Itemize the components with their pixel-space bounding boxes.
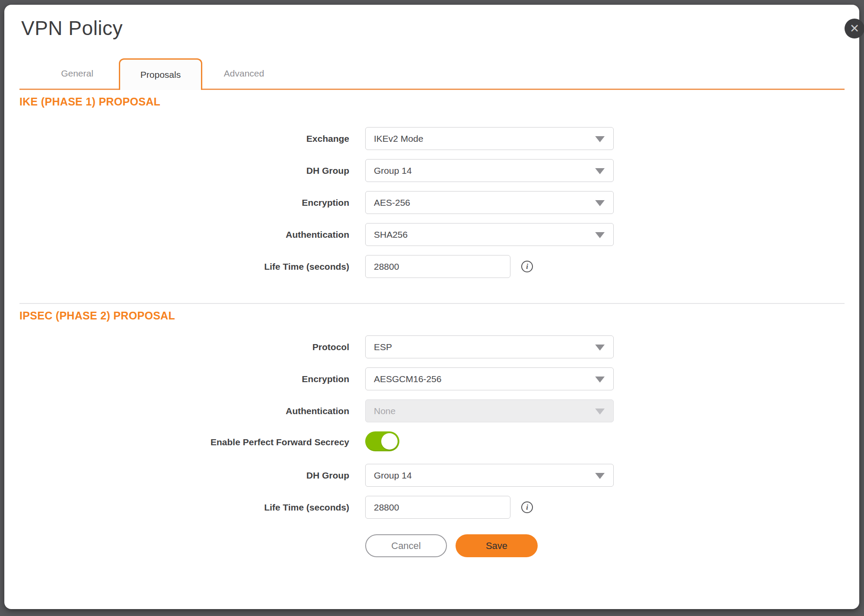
section-divider <box>19 303 845 304</box>
chevron-down-icon <box>595 168 605 174</box>
encryption-row-phase2: Encryption AESGCM16-256 <box>19 367 845 390</box>
protocol-row: Protocol ESP <box>19 335 845 358</box>
cancel-button[interactable]: Cancel <box>365 534 447 557</box>
dh-group-row-phase2: DH Group Group 14 <box>19 464 845 487</box>
encryption-selected-value-phase2: AESGCM16-256 <box>374 374 441 384</box>
dh-group-row-phase1: DH Group Group 14 <box>19 159 845 182</box>
dh-group-label-phase1: DH Group <box>19 166 349 176</box>
chevron-down-icon <box>595 200 605 206</box>
exchange-label: Exchange <box>19 134 349 144</box>
chevron-down-icon <box>595 377 605 383</box>
tab-bar: General Proposals Advanced <box>19 58 845 90</box>
encryption-label-phase2: Encryption <box>19 374 349 384</box>
footer-actions-row: Cancel Save <box>19 534 845 557</box>
encryption-row-phase1: Encryption AES-256 <box>19 191 845 214</box>
dh-group-select-phase1[interactable]: Group 14 <box>365 159 614 182</box>
ike-phase1-form: Exchange IKEv2 Mode DH Group Group 14 En… <box>19 127 845 278</box>
chevron-down-icon <box>595 345 605 351</box>
lifetime-input-phase2[interactable] <box>365 496 510 519</box>
info-icon[interactable]: i <box>521 501 533 513</box>
dialog-content: IKE (PHASE 1) PROPOSAL Exchange IKEv2 Mo… <box>4 96 859 557</box>
authentication-selected-value-phase2: None <box>374 406 395 416</box>
vpn-policy-dialog: VPN Policy General Proposals Advanced IK… <box>4 5 859 609</box>
tab-advanced[interactable]: Advanced <box>202 58 286 89</box>
pfs-toggle[interactable] <box>365 431 399 451</box>
close-button[interactable]: ✕ <box>845 19 864 38</box>
chevron-down-icon <box>595 136 605 142</box>
info-icon[interactable]: i <box>521 261 533 272</box>
pfs-row: Enable Perfect Forward Secrecy <box>19 431 845 453</box>
exchange-select[interactable]: IKEv2 Mode <box>365 127 614 150</box>
encryption-select-phase2[interactable]: AESGCM16-256 <box>365 367 614 390</box>
authentication-selected-value-phase1: SHA256 <box>374 230 408 240</box>
protocol-label: Protocol <box>19 342 349 352</box>
section-heading-ike-phase1: IKE (PHASE 1) PROPOSAL <box>19 96 845 108</box>
close-icon: ✕ <box>850 23 860 35</box>
dh-group-select-phase2[interactable]: Group 14 <box>365 464 614 487</box>
authentication-select-phase1[interactable]: SHA256 <box>365 223 614 246</box>
lifetime-row-phase1: Life Time (seconds) i <box>19 255 845 278</box>
lifetime-label-phase1: Life Time (seconds) <box>19 262 349 272</box>
lifetime-row-phase2: Life Time (seconds) i <box>19 496 845 519</box>
section-heading-ipsec-phase2: IPSEC (PHASE 2) PROPOSAL <box>19 310 845 322</box>
tab-proposals[interactable]: Proposals <box>119 58 202 90</box>
tab-general[interactable]: General <box>35 58 119 89</box>
encryption-selected-value-phase1: AES-256 <box>374 198 410 208</box>
pfs-label: Enable Perfect Forward Secrecy <box>19 437 349 447</box>
dh-group-label-phase2: DH Group <box>19 470 349 481</box>
chevron-down-icon <box>595 409 605 415</box>
chevron-down-icon <box>595 473 605 479</box>
protocol-select[interactable]: ESP <box>365 335 614 358</box>
exchange-row: Exchange IKEv2 Mode <box>19 127 845 150</box>
lifetime-label-phase2: Life Time (seconds) <box>19 502 349 513</box>
encryption-label-phase1: Encryption <box>19 198 349 208</box>
authentication-label-phase2: Authentication <box>19 406 349 416</box>
toggle-knob <box>381 433 398 450</box>
save-button[interactable]: Save <box>456 534 538 557</box>
dh-group-selected-value-phase1: Group 14 <box>374 166 412 176</box>
authentication-row-phase1: Authentication SHA256 <box>19 223 845 246</box>
encryption-select-phase1[interactable]: AES-256 <box>365 191 614 214</box>
exchange-selected-value: IKEv2 Mode <box>374 134 423 144</box>
protocol-selected-value: ESP <box>374 342 392 352</box>
dh-group-selected-value-phase2: Group 14 <box>374 470 412 481</box>
page-title: VPN Policy <box>4 5 859 40</box>
authentication-select-phase2: None <box>365 399 614 422</box>
lifetime-input-phase1[interactable] <box>365 255 510 278</box>
ipsec-phase2-form: Protocol ESP Encryption AESGCM16-256 Aut… <box>19 335 845 557</box>
authentication-label-phase1: Authentication <box>19 230 349 240</box>
authentication-row-phase2: Authentication None <box>19 399 845 422</box>
chevron-down-icon <box>595 232 605 238</box>
